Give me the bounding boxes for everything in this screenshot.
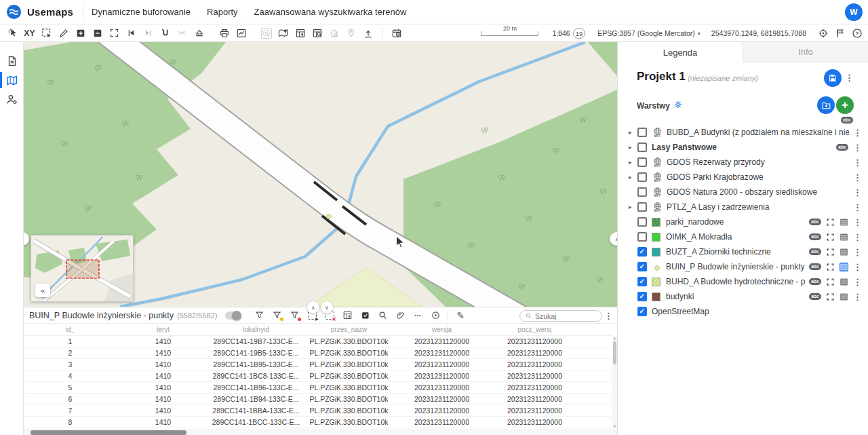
layer-labels-badge[interactable]: abc <box>809 263 821 270</box>
column-header[interactable]: pocz_wersj <box>488 324 581 335</box>
layer-row[interactable]: ▸GDOŚ Parki Krajobrazowe⋮ <box>618 170 868 185</box>
layer-menu-button[interactable]: ⋮ <box>853 143 862 152</box>
filter-saved-icon[interactable] <box>268 308 285 323</box>
filter-clear-icon[interactable] <box>285 308 303 323</box>
column-header[interactable]: c <box>581 324 612 335</box>
scroll-up-arrow[interactable]: ▲ <box>612 336 617 340</box>
zoom-in-button[interactable] <box>72 25 89 41</box>
layer-checkbox[interactable] <box>637 128 647 137</box>
layer-checkbox[interactable] <box>637 232 647 242</box>
layer-menu-button[interactable]: ⋮ <box>853 292 862 301</box>
tab-legenda[interactable]: Legenda <box>618 42 743 62</box>
nav-link-raporty[interactable]: Raporty <box>207 7 238 17</box>
select-feature-tool[interactable] <box>4 25 21 41</box>
layer-expand-icon[interactable]: ▸ <box>629 129 637 136</box>
layer-checkbox[interactable] <box>637 217 647 227</box>
layer-expand-icon[interactable]: ▸ <box>629 204 637 210</box>
table-menu-button[interactable]: ⋮ <box>604 311 613 320</box>
parcel-search-tool[interactable] <box>326 25 342 41</box>
zoom-to-layer-icon[interactable] <box>826 233 835 242</box>
open-attribute-table-icon-active[interactable] <box>840 263 848 271</box>
layer-row[interactable]: OIMK_A Mokradłaabc⋮ <box>618 229 868 244</box>
filter-icon[interactable] <box>250 308 268 323</box>
layer-labels-badge[interactable]: abc <box>809 293 821 300</box>
column-header[interactable]: teryt <box>117 324 210 335</box>
open-attribute-table-icon[interactable] <box>840 233 848 242</box>
rail-users-settings-button[interactable] <box>0 90 24 109</box>
table-search-tool[interactable] <box>309 25 326 41</box>
layer-labels-badge[interactable]: abc <box>809 233 821 240</box>
layer-menu-button[interactable]: ⋮ <box>853 263 862 271</box>
layer-row[interactable]: OpenStreetMap <box>618 304 868 319</box>
column-header[interactable]: id_ <box>24 324 117 335</box>
project-menu-button[interactable]: ⋮ <box>845 73 854 82</box>
open-attribute-table-icon[interactable] <box>840 278 848 286</box>
snap-magnet-tool[interactable] <box>157 25 174 41</box>
layer-checkbox[interactable] <box>637 157 647 167</box>
layer-row[interactable]: GDOŚ Natura 2000 - obszary siedliskowe⋮ <box>618 185 868 200</box>
layer-expand-icon[interactable]: ▸ <box>629 159 637 166</box>
layer-checkbox[interactable] <box>637 172 647 182</box>
table-horizontal-scrollbar[interactable] <box>24 429 617 435</box>
layer-checkbox[interactable] <box>637 202 647 212</box>
calendar-history-tool[interactable] <box>388 25 405 41</box>
table-row[interactable]: 51410289CC141-1B96-133C-E...PL.PZGiK.330… <box>24 382 612 394</box>
marquee-select-tool[interactable] <box>38 25 55 41</box>
eject-tool[interactable] <box>191 25 208 41</box>
hscroll-thumb[interactable] <box>31 430 186 435</box>
layer-menu-button[interactable]: ⋮ <box>853 248 862 257</box>
layer-row[interactable]: ▸BUBD_A Budynki (z podziałem na mieszkal… <box>618 125 868 140</box>
layer-checkbox[interactable] <box>637 247 647 257</box>
layer-menu-button[interactable]: ⋮ <box>853 278 862 286</box>
table-row[interactable]: 41410289CC141-1BC8-133C-E...PL.PZGiK.330… <box>24 371 612 382</box>
nav-link-dynamiczne-buforowanie[interactable]: Dynamiczne buforowanie <box>92 7 191 17</box>
layer-row[interactable]: BUIN_P Budowle inżynierskie - punktyabc⋮ <box>618 259 868 274</box>
layer-checkbox[interactable] <box>637 292 647 301</box>
layer-row[interactable]: BUHD_A Budowle hydrotechniczne - poligon… <box>618 274 868 289</box>
table-row[interactable]: 61410289CC141-1B94-133C-E...PL.PZGiK.330… <box>24 394 612 405</box>
layer-row[interactable]: parki_narodoweabc⋮ <box>618 214 868 229</box>
layer-checkbox[interactable] <box>637 187 647 197</box>
layer-menu-button[interactable]: ⋮ <box>853 218 862 227</box>
search-records-icon[interactable] <box>374 308 391 323</box>
pin-tool[interactable] <box>342 25 359 41</box>
overview-map[interactable]: « <box>31 235 134 302</box>
layer-row[interactable]: BUZT_A Zbiorniki techniczneabc⋮ <box>618 244 868 259</box>
open-attribute-table-icon[interactable] <box>840 292 848 301</box>
layer-labels-badge[interactable]: abc <box>809 278 821 285</box>
zoom-to-layer-icon[interactable] <box>826 248 835 257</box>
export-tool[interactable] <box>359 25 376 41</box>
print-button[interactable] <box>216 25 233 41</box>
report-issue-button[interactable] <box>831 25 848 41</box>
column-header[interactable]: lokalnyid <box>210 324 302 335</box>
zoom-to-layer-icon[interactable] <box>826 263 835 271</box>
column-header[interactable]: przes_nazw <box>302 324 395 335</box>
inset-collapse-button[interactable]: « <box>35 284 50 297</box>
layer-checkbox[interactable] <box>637 307 647 316</box>
map-location-tool[interactable] <box>275 25 292 41</box>
open-attribute-table-icon[interactable] <box>840 248 848 257</box>
scroll-down-arrow[interactable]: ▼ <box>612 424 617 428</box>
brand-name[interactable]: Usemaps <box>27 6 73 18</box>
layer-menu-button[interactable]: ⋮ <box>853 188 862 197</box>
add-layer-button[interactable]: + <box>836 96 854 114</box>
more-options-icon[interactable]: ••• <box>409 308 427 323</box>
layer-row[interactable]: ▸GDOŚ Rezerwaty przyrody⋮ <box>618 155 868 170</box>
table-row[interactable]: 11410289CC141-19B7-133C-E...PL.PZGiK.330… <box>24 336 612 347</box>
open-attribute-table-icon[interactable] <box>840 218 848 227</box>
layer-labels-badge[interactable]: abc <box>809 248 821 255</box>
table-vertical-scrollbar[interactable]: ▲ ▼ <box>612 336 617 428</box>
edit-records-icon[interactable]: ✎ <box>452 308 469 323</box>
chart-button[interactable] <box>233 25 250 41</box>
zoom-to-layer-icon[interactable] <box>826 292 835 301</box>
panel-collapse-button[interactable]: ∨ <box>321 301 333 314</box>
layer-row[interactable]: ▸PTLZ_A Lasy i zadrzewienia⋮ <box>618 200 868 214</box>
layer-row[interactable]: budynkiabc⋮ <box>618 289 868 304</box>
map-canvas[interactable]: « › › <box>24 42 617 307</box>
layer-checkbox[interactable] <box>637 262 647 271</box>
layer-menu-button[interactable]: ⋮ <box>853 233 862 242</box>
chevron-down-icon[interactable]: ▾ <box>698 31 701 37</box>
layer-expand-icon[interactable]: ▸ <box>629 174 637 181</box>
zoom-out-button[interactable] <box>89 25 106 41</box>
column-header[interactable]: wersja <box>395 324 488 335</box>
